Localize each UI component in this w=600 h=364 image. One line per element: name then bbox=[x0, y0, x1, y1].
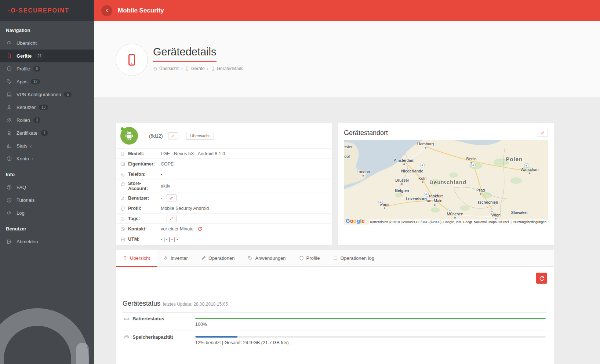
sidebar-item-apps[interactable]: Apps13 bbox=[0, 75, 94, 88]
wrench-icon bbox=[201, 256, 206, 261]
tab-operationen[interactable]: Operationen bbox=[194, 250, 241, 267]
id-card-icon bbox=[120, 162, 125, 167]
edit-button[interactable] bbox=[167, 194, 177, 201]
clock-icon bbox=[120, 227, 125, 232]
map-label-belgien: Belgien bbox=[395, 188, 409, 193]
status-value: 12% benutzt | Gesamt: 24.9 GB (21.7 GB f… bbox=[195, 334, 547, 345]
device-detail-value: vor einer Minute bbox=[161, 226, 202, 232]
map-label-london: London bbox=[356, 170, 370, 177]
airport-icon: ✈ bbox=[378, 200, 383, 205]
sidebar-section-header-info: Info bbox=[0, 165, 94, 181]
device-detail-value: - | - | - | - bbox=[161, 237, 178, 242]
device-detail-label: Telefon: bbox=[120, 172, 161, 177]
android-icon bbox=[123, 130, 135, 142]
sidebar-item-abmelden[interactable]: Abmelden bbox=[0, 235, 94, 248]
device-detail-row-utm: UTM:- | - | - | - bbox=[116, 234, 332, 244]
server-icon bbox=[120, 237, 125, 242]
breadcrumb-item-geraetedetails[interactable]: Gerätedetails bbox=[211, 66, 243, 71]
count-badge: 6 bbox=[33, 66, 41, 72]
breadcrumb-item-uebersicht[interactable]: Übersicht: bbox=[153, 66, 179, 71]
airport-icon: ✈ bbox=[471, 163, 476, 167]
device-detail-value-text: aktiv bbox=[161, 183, 170, 189]
question-icon bbox=[6, 185, 12, 190]
sidebar-item-benutzer[interactable]: Benutzer13 bbox=[0, 101, 94, 114]
device-detail-label-text: Kontakt: bbox=[128, 226, 147, 232]
brand-logo[interactable]: ·O·SECUREPOINT bbox=[0, 0, 94, 21]
gauge-icon bbox=[6, 40, 12, 46]
smartphone-icon bbox=[125, 53, 138, 66]
device-detail-label-text: Profil: bbox=[128, 206, 141, 211]
chevron-left-icon: ‹ bbox=[32, 156, 33, 161]
sidebar-item-zertifikate[interactable]: Zertifikate1 bbox=[0, 127, 94, 139]
breadcrumb-item-geraete[interactable]: Geräte bbox=[185, 66, 205, 71]
device-detail-value-text: vor einer Minute bbox=[161, 226, 194, 232]
device-detail-row-eigentuemer: Eigentümer:COPE bbox=[116, 159, 332, 169]
map-label-bruessel: Brüssel bbox=[395, 178, 409, 185]
chevron-left-icon: ‹ bbox=[30, 143, 32, 149]
sidebar-item-geraete[interactable]: Geräte21 bbox=[0, 50, 94, 62]
sidebar-item-rollen[interactable]: Rollen3 bbox=[0, 114, 94, 127]
chevron-left-icon bbox=[105, 8, 109, 13]
status-row-speicherkapazitaet: Speicherkapazität12% benutzt | Gesamt: 2… bbox=[123, 331, 547, 349]
sidebar-section-header-navigation: Navigation bbox=[0, 21, 94, 37]
device-detail-value-text: LGE - Nexus 5X - Android 8.1.0 bbox=[161, 151, 225, 156]
tab-body: Gerätestatusletztes Update: 28.08.2018 1… bbox=[116, 267, 554, 355]
device-detail-value: - bbox=[161, 215, 177, 222]
tab-profile[interactable]: Profile bbox=[292, 250, 327, 267]
tab-uebersicht[interactable]: Übersicht bbox=[116, 250, 157, 267]
tab-inventar[interactable]: Inventar bbox=[157, 250, 194, 267]
google-map[interactable]: chesterpoolHamburgAmsterdamBerlinPolenNi… bbox=[344, 140, 548, 225]
count-badge: 3 bbox=[33, 117, 41, 123]
device-detail-row-kontakt: Kontakt:vor einer Minute bbox=[116, 223, 332, 234]
sidebar-item-profile[interactable]: Profile6 bbox=[0, 62, 94, 75]
device-detail-value: aktiv bbox=[161, 183, 170, 189]
progress-fill bbox=[195, 336, 237, 338]
status-label-text: Speicherkapazität bbox=[132, 334, 173, 340]
tab-label: Anwendungen bbox=[255, 255, 286, 261]
sidebar-item-log[interactable]: Log bbox=[0, 207, 94, 219]
airport-icon: ✈ bbox=[420, 163, 425, 167]
map-label-hamburg: Hamburg bbox=[417, 142, 434, 149]
device-detail-label: UTM: bbox=[120, 237, 161, 242]
device-detail-label: Profil: bbox=[120, 206, 161, 211]
sidebar-item-vpn-konfigurationen[interactable]: VPN Konfigurationen5 bbox=[0, 88, 94, 101]
sidebar-item-stats[interactable]: Stats‹ bbox=[0, 139, 94, 152]
page-avatar bbox=[116, 44, 148, 76]
device-detail-value: - bbox=[161, 194, 177, 201]
count-badge: 21 bbox=[35, 53, 44, 59]
refresh-status-button[interactable] bbox=[536, 273, 547, 284]
sidebar-item-label: Übersicht bbox=[17, 40, 37, 46]
online-status-dot bbox=[121, 127, 124, 130]
edit-location-button[interactable] bbox=[537, 129, 548, 137]
sidebar-item-konto[interactable]: Konto‹ bbox=[0, 152, 94, 165]
smartphone-icon bbox=[211, 66, 215, 71]
rocket-icon bbox=[163, 256, 168, 261]
refresh-contact-button[interactable] bbox=[197, 226, 202, 231]
device-detail-row-profil: Profil:Mobile Security Android bbox=[116, 203, 332, 213]
edit-device-name-button[interactable] bbox=[168, 132, 178, 139]
sidebar-item-uebersicht[interactable]: Übersicht bbox=[0, 37, 94, 50]
map-labels: chesterpoolHamburgAmsterdamBerlinPolenNi… bbox=[344, 140, 548, 225]
device-detail-label-text: Tags: bbox=[128, 216, 140, 221]
tab-anwendungen[interactable]: Anwendungen bbox=[241, 250, 292, 267]
terms-of-use-link[interactable]: Nutzungsbedingungen bbox=[513, 220, 546, 224]
map-label-tschechien: Tschechien bbox=[477, 200, 498, 204]
device-detail-label: Benutzer: bbox=[120, 196, 161, 201]
device-detail-label-text: Telefon: bbox=[128, 172, 146, 177]
storage-icon bbox=[124, 335, 129, 340]
info-icon bbox=[6, 156, 12, 161]
sidebar-item-label: Abmelden bbox=[17, 239, 38, 244]
device-avatar bbox=[120, 127, 138, 145]
edit-button[interactable] bbox=[167, 215, 177, 222]
pencil-icon bbox=[170, 216, 174, 221]
sidebar-item-faq[interactable]: FAQ bbox=[0, 181, 94, 194]
users-icon bbox=[6, 117, 12, 123]
device-status-heading: Gerätestatusletztes Update: 28.08.2018 1… bbox=[123, 300, 547, 307]
map-label-chester: chester bbox=[344, 145, 353, 149]
shield-icon bbox=[6, 66, 12, 72]
topbar: Mobile Security bbox=[94, 0, 600, 21]
sidebar-item-tutorials[interactable]: Tutorials bbox=[0, 194, 94, 207]
back-button[interactable] bbox=[101, 5, 112, 16]
supervised-badge: Überwacht bbox=[186, 132, 214, 140]
tab-operationen-log[interactable]: Operationen log bbox=[326, 250, 381, 267]
